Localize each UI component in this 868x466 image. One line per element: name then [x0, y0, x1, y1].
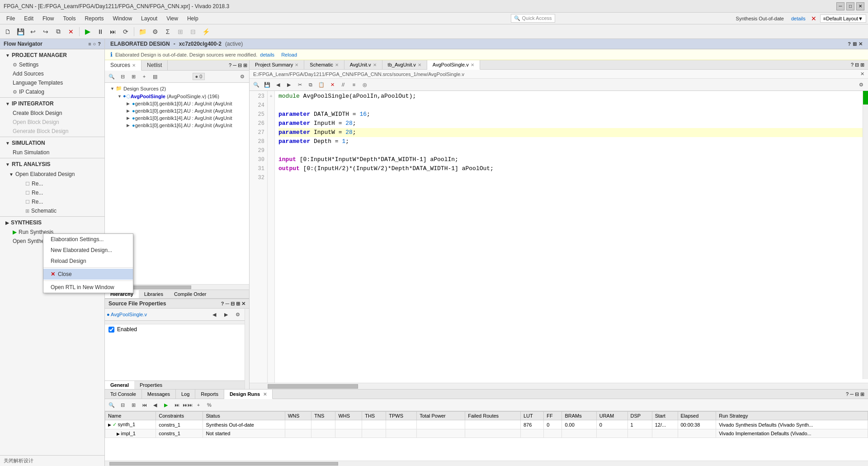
undo-button[interactable]: ↩ — [27, 26, 39, 38]
nav-section-header-ip-integrator[interactable]: ▼ IP INTEGRATOR — [0, 99, 104, 109]
nav-section-header-synthesis[interactable]: ▶ SYNTHESIS — [0, 218, 104, 228]
src-props-fwd-btn[interactable]: ▶ — [221, 309, 231, 319]
tab-libraries[interactable]: Libraries — [139, 290, 169, 298]
tab-sources[interactable]: Sources ✕ — [105, 60, 142, 71]
ed-run-btn[interactable]: ◎ — [360, 80, 370, 90]
tab-avgpool-single-v[interactable]: AvgPoolSingle.v ✕ — [427, 60, 480, 70]
bottom-panel-max[interactable]: ⊞ — [860, 391, 864, 397]
ed-back-btn[interactable]: ◀ — [273, 80, 283, 90]
menu-edit[interactable]: Edit — [19, 14, 38, 23]
menu-file[interactable]: File — [2, 14, 19, 23]
menu-view[interactable]: View — [162, 14, 183, 23]
redo-button[interactable]: ↪ — [40, 26, 52, 38]
menu-reports[interactable]: Reports — [80, 14, 108, 23]
sources-add-btn[interactable]: + — [139, 71, 149, 81]
restart-button[interactable]: ⟳ — [120, 26, 132, 38]
tree-design-sources[interactable]: ▼ 📁 Design Sources (2) — [105, 85, 249, 92]
sources-search-btn[interactable]: 🔍 — [107, 71, 117, 81]
ed-delete-btn[interactable]: ✕ — [327, 80, 337, 90]
table-row[interactable]: ▶ ✓ synth_1 constrs_1 Synthesis Out-of-d… — [105, 420, 868, 429]
nav-item-rtl-re3[interactable]: ☐ Re... — [13, 197, 104, 206]
minimize-button[interactable]: ─ — [836, 2, 844, 10]
flow-nav-help-icon[interactable]: ? — [98, 41, 101, 47]
sources-expand-btn[interactable]: ⊞ — [128, 71, 138, 81]
src-props-v-scrollbar[interactable] — [245, 309, 249, 389]
dr-run-btn[interactable]: ▶ — [161, 400, 171, 410]
sources-settings-btn[interactable]: ⚙ — [237, 71, 247, 81]
add-file-button[interactable]: 📁 — [137, 26, 148, 38]
menu-layout[interactable]: Layout — [137, 14, 162, 23]
src-props-close[interactable]: ✕ — [241, 301, 245, 307]
ed-cut-btn[interactable]: ✂ — [295, 80, 305, 90]
editor-min-icon[interactable]: ⊟ — [855, 62, 859, 68]
tab-project-summary[interactable]: Project Summary ✕ — [250, 60, 304, 69]
debug-button[interactable]: ⊟ — [187, 26, 199, 38]
nav-section-header-rtl-analysis[interactable]: ▼ RTL ANALYSIS — [0, 159, 104, 169]
nav-item-settings[interactable]: ⚙ Settings — [0, 60, 104, 69]
tree-genblk2[interactable]: ▶ ● genblk1[0].genblk1[2].AU : AvgUnit (… — [105, 107, 249, 114]
src-props-max[interactable]: ⊞ — [236, 301, 240, 307]
design-float-icon[interactable]: ⊞ — [853, 41, 857, 47]
nav-item-language-templates[interactable]: Language Templates — [0, 78, 104, 87]
avgunit-tab-close[interactable]: ✕ — [373, 62, 377, 67]
src-props-settings-btn[interactable]: ⚙ — [233, 309, 243, 319]
warning-details-link[interactable]: details — [260, 52, 274, 57]
sources-collapse-btn[interactable]: ⊟ — [118, 71, 127, 81]
ed-settings-btn[interactable]: ⚙ — [856, 80, 866, 90]
sources-panel-max[interactable]: ⊞ — [243, 62, 247, 68]
enabled-checkbox[interactable] — [108, 327, 114, 333]
ed-fwd-btn[interactable]: ▶ — [284, 80, 294, 90]
close-path-icon[interactable]: ✕ — [860, 71, 864, 77]
code-editor[interactable]: 23 24 25 26 27 28 29 30 31 32 + — [250, 91, 868, 383]
synthesis-details-link[interactable]: details — [791, 16, 806, 21]
ed-copy-btn[interactable]: ⧉ — [306, 80, 316, 90]
menu-window[interactable]: Window — [108, 14, 137, 23]
tab-design-runs[interactable]: Design Runs ✕ — [224, 390, 273, 399]
src-props-min[interactable]: ⊟ — [231, 301, 235, 307]
design-help-icon[interactable]: ? — [848, 41, 851, 47]
tab-log[interactable]: Log — [176, 390, 195, 399]
dr-collapse-btn[interactable]: ⊟ — [118, 400, 127, 410]
menu-help[interactable]: Help — [183, 14, 203, 23]
enabled-checkbox-label[interactable]: Enabled — [108, 326, 241, 333]
nav-item-ip-catalog[interactable]: ⚙ IP Catalog — [0, 87, 104, 96]
flow-nav-icon-2[interactable]: ○ — [93, 41, 96, 47]
dr-prev-btn[interactable]: ◀ — [150, 400, 160, 410]
code-h-scrollbar[interactable] — [250, 383, 868, 389]
dr-search-btn[interactable]: 🔍 — [107, 400, 117, 410]
warning-reload-link[interactable]: Reload — [281, 52, 297, 57]
sigma-button[interactable]: Σ — [162, 26, 174, 38]
settings-button[interactable]: ⚙ — [149, 26, 161, 38]
design-close-icon[interactable]: ✕ — [859, 41, 863, 47]
ctx-open-rtl-new-window[interactable]: Open RTL in New Window — [43, 282, 133, 293]
compile-button[interactable]: ⊞ — [175, 26, 186, 38]
layout-selector[interactable]: ≡ Default Layout ▼ — [820, 14, 866, 23]
maximize-button[interactable]: □ — [846, 2, 854, 10]
editor-max-icon[interactable]: ⊞ — [860, 62, 864, 68]
tab-avgunit-v[interactable]: AvgUnit.v ✕ — [344, 60, 382, 69]
code-content[interactable]: module AvgPoolSingle(aPoolIn,aPoolOut); … — [275, 91, 868, 383]
dr-expand-btn[interactable]: ⊞ — [128, 400, 138, 410]
sources-tab-close[interactable]: ✕ — [132, 63, 136, 68]
dr-percent-btn[interactable]: % — [204, 400, 214, 410]
project-summary-tab-close[interactable]: ✕ — [295, 62, 298, 67]
dr-first-btn[interactable]: ⏮ — [139, 400, 149, 410]
new-button[interactable]: 🗋 — [2, 26, 14, 38]
nav-section-header-simulation[interactable]: ▼ SIMULATION — [0, 138, 104, 148]
bottom-panel-min[interactable]: ─ — [850, 391, 854, 397]
tab-reports[interactable]: Reports — [195, 390, 224, 399]
tab-properties[interactable]: Properties — [134, 381, 168, 389]
tab-general[interactable]: General — [105, 381, 134, 389]
design-runs-tab-close[interactable]: ✕ — [263, 392, 267, 397]
nav-item-run-simulation[interactable]: Run Simulation — [0, 148, 104, 157]
sources-panel-help[interactable]: ? — [229, 62, 231, 68]
nav-item-add-sources[interactable]: Add Sources — [0, 69, 104, 78]
editor-help-icon[interactable]: ? — [851, 62, 854, 67]
wave-button[interactable]: ⚡ — [200, 26, 212, 38]
code-v-scrollbar[interactable] — [863, 91, 868, 379]
ed-search-btn[interactable]: 🔍 — [251, 80, 261, 90]
src-props-help[interactable]: ? — [221, 301, 224, 306]
sources-panel-min[interactable]: ─ — [233, 62, 236, 68]
src-props-back-btn[interactable]: ◀ — [209, 309, 219, 319]
run-button[interactable]: ▶ — [82, 26, 94, 38]
